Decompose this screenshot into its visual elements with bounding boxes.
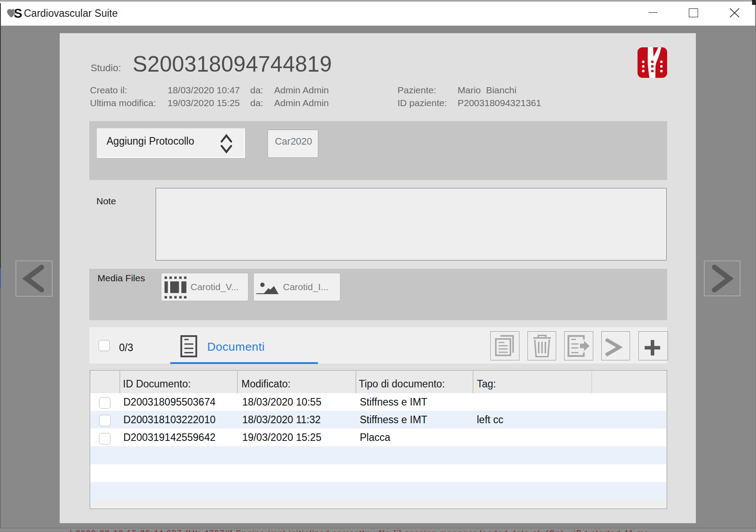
svg-text:S: S [14, 6, 22, 20]
